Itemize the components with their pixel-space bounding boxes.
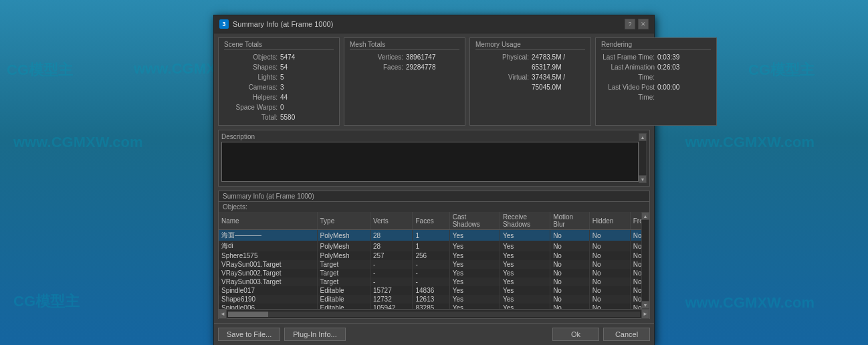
cell-name: VRaySun002.Target bbox=[219, 269, 317, 277]
shapes-value: 54 bbox=[280, 62, 334, 72]
cell-blur: No bbox=[550, 286, 590, 295]
cell-frozen: No bbox=[630, 260, 641, 269]
mesh-totals-title: Mesh Totals bbox=[350, 41, 459, 50]
horizontal-scrollbar: ◄ ► bbox=[219, 309, 649, 318]
cameras-label: Cameras: bbox=[224, 82, 278, 92]
cell-cast: Yes bbox=[449, 286, 500, 295]
title-bar: 3 Summary Info (at Frame 1000) ? ✕ bbox=[214, 15, 654, 33]
cell-receive: Yes bbox=[500, 269, 550, 277]
memory-usage-panel: Memory Usage Physical: 24783.5M / 65317.… bbox=[469, 37, 591, 126]
cell-faces: 1 bbox=[413, 241, 449, 251]
cell-verts: 28 bbox=[370, 241, 413, 251]
plugin-info-button[interactable]: Plug-In Info... bbox=[284, 328, 345, 341]
cancel-button[interactable]: Cancel bbox=[603, 328, 650, 341]
cell-name: 海di bbox=[219, 241, 317, 251]
h-scroll-thumb[interactable] bbox=[228, 312, 268, 317]
table-row[interactable]: VRaySun002.Target Target - - Yes Yes No … bbox=[219, 269, 641, 277]
table-scroll-up[interactable]: ▲ bbox=[641, 212, 649, 220]
title-controls: ? ✕ bbox=[625, 19, 649, 29]
helpers-value: 44 bbox=[280, 92, 334, 102]
summary-table-container[interactable]: Name Type Verts Faces CastShadows Receiv… bbox=[219, 212, 641, 309]
cell-receive: Yes bbox=[500, 251, 550, 260]
render-frame-time-row: Last Frame Time: 0:03:39 bbox=[601, 52, 711, 62]
cell-hidden: No bbox=[589, 269, 630, 277]
render-anim-time-row: Last Animation Time: 0:26:03 bbox=[601, 62, 711, 82]
scroll-up-btn[interactable]: ▲ bbox=[639, 133, 647, 141]
ok-button[interactable]: Ok bbox=[552, 328, 599, 341]
cell-frozen: No bbox=[630, 304, 641, 309]
h-scroll-left-btn[interactable]: ◄ bbox=[219, 310, 227, 319]
total-label: Total: bbox=[224, 112, 278, 122]
faces-value: 29284778 bbox=[406, 62, 459, 72]
table-row[interactable]: 海di PolyMesh 28 1 Yes Yes No No No No Ye… bbox=[219, 241, 641, 251]
save-to-file-button[interactable]: Save to File... bbox=[218, 328, 280, 341]
table-row[interactable]: VRaySun001.Target Target - - Yes Yes No … bbox=[219, 260, 641, 269]
video-time-value: 0:00:00 bbox=[657, 82, 711, 102]
mesh-faces-row: Faces: 29284778 bbox=[350, 62, 459, 72]
summary-tbody: 海面———— PolyMesh 28 1 Yes Yes No No No No… bbox=[219, 230, 641, 310]
table-scroll-down[interactable]: ▼ bbox=[641, 301, 649, 309]
col-receive: ReceiveShadows bbox=[500, 212, 550, 230]
cell-cast: Yes bbox=[449, 304, 500, 309]
cell-receive: Yes bbox=[500, 295, 550, 304]
video-time-label: Last Video Post Time: bbox=[601, 82, 655, 102]
anim-time-value: 0:26:03 bbox=[657, 62, 711, 82]
cell-verts: 105942 bbox=[370, 304, 413, 309]
cell-name: Spindle006 bbox=[219, 304, 317, 309]
cell-receive: Yes bbox=[500, 230, 550, 241]
rendering-title: Rendering bbox=[601, 41, 711, 50]
table-wrapper: Name Type Verts Faces CastShadows Receiv… bbox=[219, 212, 649, 309]
total-value: 5580 bbox=[280, 112, 334, 122]
cell-verts: - bbox=[370, 269, 413, 277]
cell-faces: - bbox=[413, 269, 449, 277]
cell-type: PolyMesh bbox=[317, 241, 370, 251]
physical-value: 24783.5M / 65317.9M bbox=[532, 52, 585, 72]
summary-subtitle: Objects: bbox=[219, 202, 649, 212]
app-icon: 3 bbox=[219, 19, 229, 29]
cell-verts: 28 bbox=[370, 230, 413, 241]
cell-faces: 14836 bbox=[413, 286, 449, 295]
table-row[interactable]: Shape6190 Editable 12732 12613 Yes Yes N… bbox=[219, 295, 641, 304]
table-row[interactable]: Spindle017 Editable 15727 14836 Yes Yes … bbox=[219, 286, 641, 295]
cell-name: Shape6190 bbox=[219, 295, 317, 304]
col-cast: CastShadows bbox=[449, 212, 500, 230]
cell-verts: 257 bbox=[370, 251, 413, 260]
cell-blur: No bbox=[550, 277, 590, 286]
table-row[interactable]: VRaySun003.Target Target - - Yes Yes No … bbox=[219, 277, 641, 286]
summary-info-dialog: 3 Summary Info (at Frame 1000) ? ✕ Scene… bbox=[213, 15, 655, 345]
cell-name: 海面———— bbox=[219, 230, 317, 241]
spacewarps-value: 0 bbox=[280, 102, 334, 112]
cell-frozen: No bbox=[630, 286, 641, 295]
cell-frozen: No bbox=[630, 230, 641, 241]
cell-name: Spindle017 bbox=[219, 286, 317, 295]
cell-faces: 83285 bbox=[413, 304, 449, 309]
cell-cast: Yes bbox=[449, 251, 500, 260]
scroll-down-btn[interactable]: ▼ bbox=[639, 175, 647, 183]
cell-type: Target bbox=[317, 277, 370, 286]
description-textarea[interactable] bbox=[221, 142, 639, 182]
close-button[interactable]: ✕ bbox=[638, 19, 649, 29]
table-row[interactable]: 海面———— PolyMesh 28 1 Yes Yes No No No No… bbox=[219, 230, 641, 241]
col-verts: Verts bbox=[370, 212, 413, 230]
scene-shapes-row: Shapes: 54 bbox=[224, 62, 334, 72]
table-row[interactable]: Sphere1575 PolyMesh 257 256 Yes Yes No N… bbox=[219, 251, 641, 260]
scene-objects-row: Objects: 5474 bbox=[224, 52, 334, 62]
h-scroll-track bbox=[228, 312, 640, 317]
dialog-footer: Save to File... Plug-In Info... Ok Cance… bbox=[214, 323, 654, 345]
lights-label: Lights: bbox=[224, 72, 278, 82]
table-row[interactable]: Spindle006 Editable 105942 83285 Yes Yes… bbox=[219, 304, 641, 309]
dialog-overlay: 3 Summary Info (at Frame 1000) ? ✕ Scene… bbox=[0, 0, 868, 345]
cameras-value: 3 bbox=[280, 82, 334, 92]
cell-verts: - bbox=[370, 260, 413, 269]
help-button[interactable]: ? bbox=[625, 19, 635, 29]
cell-cast: Yes bbox=[449, 295, 500, 304]
faces-label: Faces: bbox=[350, 62, 403, 72]
cell-name: VRaySun003.Target bbox=[219, 277, 317, 286]
cell-frozen: No bbox=[630, 251, 641, 260]
h-scroll-right-btn[interactable]: ► bbox=[641, 310, 649, 319]
frame-time-label: Last Frame Time: bbox=[601, 52, 655, 62]
cell-type: PolyMesh bbox=[317, 251, 370, 260]
objects-value: 5474 bbox=[280, 52, 334, 62]
dialog-content: Scene Totals Objects: 5474 Shapes: 54 Li… bbox=[214, 33, 654, 323]
cell-type: Editable bbox=[317, 295, 370, 304]
